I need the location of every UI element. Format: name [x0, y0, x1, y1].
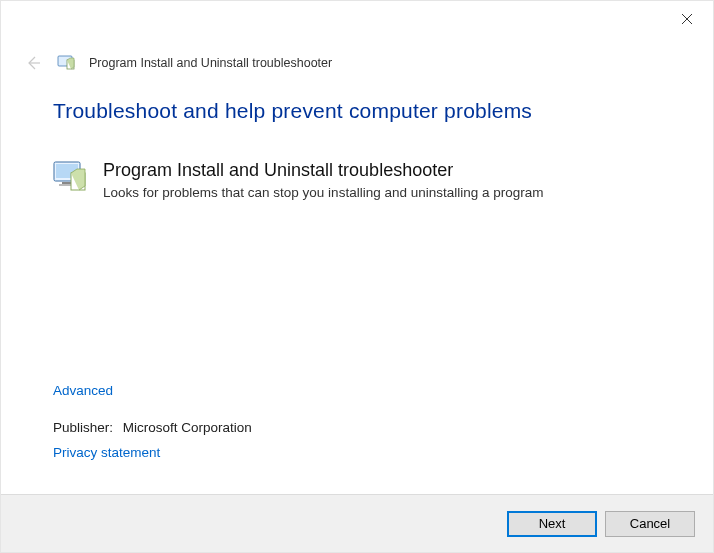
troubleshooter-item-description: Looks for problems that can stop you ins…: [103, 184, 544, 202]
troubleshooter-item-icon: [53, 159, 89, 195]
back-arrow-icon: [25, 55, 41, 71]
page-heading: Troubleshoot and help prevent computer p…: [53, 99, 661, 123]
header-title: Program Install and Uninstall troublesho…: [89, 56, 332, 70]
close-icon: [681, 13, 693, 25]
titlebar: [1, 1, 713, 39]
publisher-name: Microsoft Corporation: [123, 420, 252, 435]
publisher-label: Publisher:: [53, 420, 113, 435]
cancel-button[interactable]: Cancel: [605, 511, 695, 537]
privacy-link[interactable]: Privacy statement: [53, 445, 160, 460]
close-button[interactable]: [681, 11, 697, 27]
monitor-box-icon: [53, 159, 89, 195]
wizard-header: Program Install and Uninstall troublesho…: [1, 39, 713, 91]
header-app-icon: [57, 54, 75, 72]
publisher-row: Publisher: Microsoft Corporation: [53, 420, 252, 435]
advanced-link[interactable]: Advanced: [53, 383, 252, 398]
back-button[interactable]: [23, 53, 43, 73]
next-button[interactable]: Next: [507, 511, 597, 537]
bottom-links: Advanced Publisher: Microsoft Corporatio…: [53, 383, 252, 460]
troubleshooter-item: Program Install and Uninstall troublesho…: [53, 159, 661, 202]
footer: Next Cancel: [1, 494, 713, 552]
monitor-icon: [57, 54, 75, 72]
content-area: Troubleshoot and help prevent computer p…: [1, 91, 713, 202]
troubleshooter-item-title: Program Install and Uninstall troublesho…: [103, 159, 544, 182]
